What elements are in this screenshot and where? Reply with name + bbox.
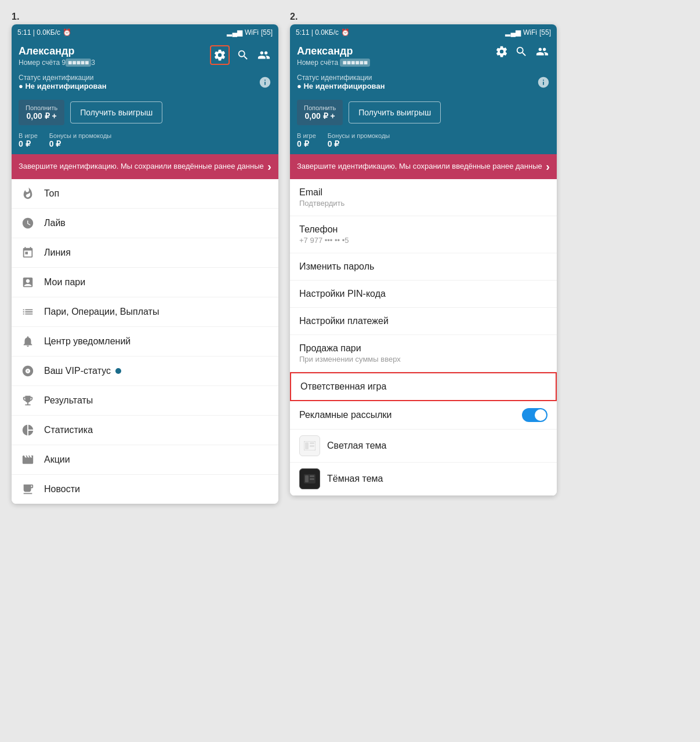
svg-rect-2 [310,442,314,444]
search-button-2[interactable] [515,45,528,58]
banner-text-1: Завершите идентификацию. Мы сохранили вв… [19,161,264,172]
list-icon [19,305,37,318]
bonuses-amount-1: 0 ₽ [49,139,111,148]
bets-icon [19,276,37,289]
menu-text-mybets: Мои пари [44,277,85,288]
menu-item-line[interactable]: Линия [12,238,278,268]
screen1-label: 1. [12,12,19,22]
status-bar-1: 5:11 | 0.0КБ/с ⏰ ▂▄▆ WiFi [55] [12,24,278,41]
id-info-button-2[interactable] [537,76,550,89]
menu-text-notifications: Центр уведомлений [44,336,130,347]
battery-icon-1: [55] [261,28,273,37]
settings-responsible-gaming[interactable]: Ответственная игра [290,372,557,401]
user-name-2: Александр [297,45,495,57]
screen2: 5:11 | 0.0КБ/с ⏰ ▂▄▆ WiFi [55] Александр… [290,24,557,496]
ingame-item-2: В игре 0 ₽ [297,132,316,148]
settings-dark-theme[interactable]: Тёмная тема [290,463,557,496]
settings-pin[interactable]: Настройки PIN-кода [290,281,557,308]
settings-list: Email Подтвердить Телефон +7 977 ••• •• … [290,179,557,496]
menu-text-news: Новости [44,484,80,494]
id-info-button-1[interactable] [259,76,271,89]
signal-icon-1: ▂▄▆ [227,28,242,37]
user-info-2: Александр Номер счёта ■■■■■■ [297,45,495,67]
pink-banner-1[interactable]: Завершите идентификацию. Мы сохранили вв… [12,154,278,179]
menu-item-news[interactable]: Новости [12,475,278,504]
menu-item-notifications[interactable]: Центр уведомлений [12,327,278,357]
withdraw-button-1[interactable]: Получить выигрыш [70,101,162,123]
promo-icon [19,453,37,466]
settings-advertising[interactable]: Рекламные рассылки [290,401,557,430]
banner-arrow-2: › [546,160,550,173]
payments-label: Настройки платежей [299,316,547,326]
deposit-label-1: Пополнить [26,104,57,111]
search-button-1[interactable] [237,49,249,61]
screen2-label: 2. [290,12,298,22]
user-info-1: Александр Номер счёта 9■■■■■3 [19,45,210,67]
pink-banner-2[interactable]: Завершите идентификацию. Мы сохранили вв… [290,154,557,179]
bet-sale-sublabel: При изменении суммы вверх [299,355,547,363]
pin-label: Настройки PIN-кода [299,289,547,299]
deposit-amount-1: 0,00 ₽ + [27,111,57,121]
header-2: Александр Номер счёта ■■■■■■ [290,41,557,71]
id-label-1: Статус идентификации [19,74,107,82]
status-bar-2: 5:11 | 0.0КБ/с ⏰ ▂▄▆ WiFi [55] [290,24,557,41]
id-label-2: Статус идентификации [297,74,385,82]
bonuses-label-2: Бонусы и промокоды [328,132,390,139]
bonuses-item-1: Бонусы и промокоды 0 ₽ [49,132,111,148]
settings-button-2[interactable] [495,45,508,58]
svg-rect-7 [310,478,314,480]
menu-text-vip: Ваш VIP-статус [44,366,111,376]
id-not-identified-2: ● Не идентифицирован [297,82,385,90]
alarm-icon-1: ⏰ [63,28,71,37]
vip-icon [19,365,37,377]
settings-phone[interactable]: Телефон +7 977 ••• •• •5 [290,216,557,253]
settings-email[interactable]: Email Подтвердить [290,179,557,216]
deposit-label-2: Пополнить [304,104,336,111]
id-status-1: Статус идентификации ● Не идентифицирова… [12,71,278,95]
menu-item-top[interactable]: Топ [12,179,278,209]
advertising-label: Рекламные рассылки [299,410,392,420]
ingame-item-1: В игре 0 ₽ [19,132,38,148]
id-not-identified-1: ● Не идентифицирован [19,82,107,90]
withdraw-button-2[interactable]: Получить выигрыш [349,101,441,123]
settings-change-password[interactable]: Изменить пароль [290,253,557,281]
account-button-1[interactable] [256,49,271,61]
wifi-icon-1: WiFi [245,28,259,37]
menu-item-mybets[interactable]: Мои пари [12,268,278,297]
deposit-amount-2: 0,00 ₽ + [305,111,335,121]
settings-light-theme[interactable]: Светлая тема [290,430,557,463]
menu-text-live: Лайв [44,218,66,228]
menu-item-stats[interactable]: Статистика [12,416,278,445]
header-icons-1 [210,45,271,65]
advertising-toggle[interactable] [522,408,547,422]
ingame-amount-2: 0 ₽ [297,139,316,148]
menu-text-promo: Акции [44,454,70,465]
balance-area-2: Пополнить 0,00 ₽ + Получить выигрыш [290,95,557,130]
ingame-label-2: В игре [297,132,316,139]
wifi-icon-2: WiFi [523,28,537,37]
settings-bet-sale[interactable]: Продажа пари При изменении суммы вверх [290,335,557,372]
fire-icon [19,187,37,200]
menu-item-promo[interactable]: Акции [12,445,278,475]
settings-payments[interactable]: Настройки платежей [290,308,557,335]
deposit-button-1[interactable]: Пополнить 0,00 ₽ + [19,100,64,125]
menu-text-top: Топ [44,188,59,199]
menu-item-operations[interactable]: Пари, Операции, Выплаты [12,297,278,327]
email-sublabel: Подтвердить [299,199,547,208]
battery-icon-2: [55] [539,28,551,37]
time-label-1: 5:11 | 0.0КБ/с [17,28,60,37]
signal-icon-2: ▂▄▆ [505,28,521,37]
dark-theme-icon [299,468,320,489]
deposit-button-2[interactable]: Пополнить 0,00 ₽ + [297,100,343,125]
responsible-gaming-label: Ответственная игра [300,381,546,392]
header-1: Александр Номер счёта 9■■■■■3 [12,41,278,71]
settings-button-1[interactable] [210,45,230,65]
menu-item-results[interactable]: Результаты [12,386,278,416]
menu-list-1: Топ Лайв Линия [12,179,278,504]
account-button-2[interactable] [535,45,550,58]
menu-item-live[interactable]: Лайв [12,209,278,238]
svg-rect-6 [310,475,314,477]
clock-icon [19,217,37,230]
menu-item-vip[interactable]: Ваш VIP-статус [12,357,278,386]
calendar-icon [19,246,37,259]
